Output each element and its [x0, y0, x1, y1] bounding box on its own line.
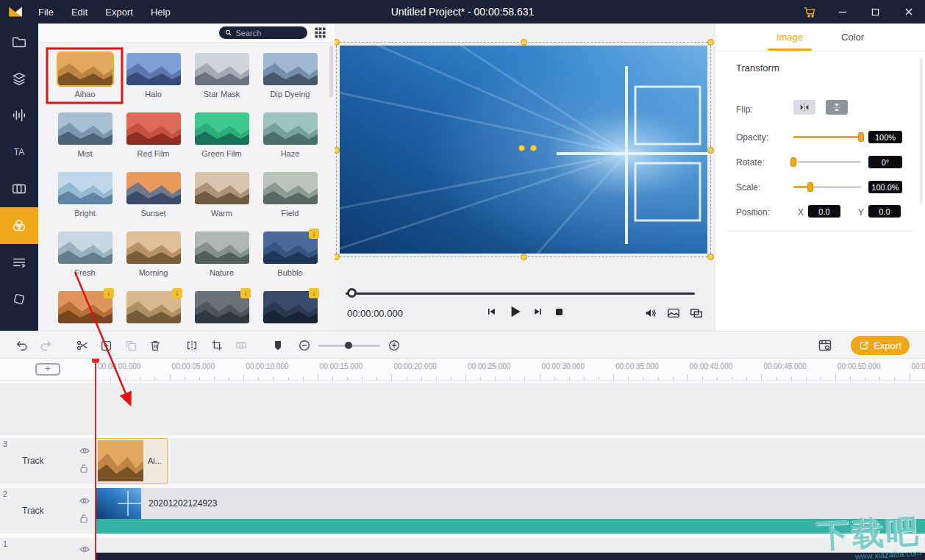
timeline-ruler[interactable]: 00:00:00.00000:00:05.00000:00:10.00000:0…: [0, 359, 925, 381]
scale-slider[interactable]: [793, 186, 861, 188]
video-clip[interactable]: 20201202124923: [96, 488, 925, 534]
filter-thumbnail[interactable]: [263, 172, 318, 204]
filter-item[interactable]: Bright: [51, 172, 119, 231]
split-button[interactable]: [185, 338, 199, 353]
position-x-value[interactable]: 0.0: [808, 205, 840, 218]
resize-handle-se[interactable]: [707, 254, 714, 260]
filter-thumbnail[interactable]: [195, 172, 249, 204]
track-visibility-icon[interactable]: [79, 545, 90, 553]
track-row-3[interactable]: 3 Track Ai...: [0, 438, 925, 484]
filter-thumbnail[interactable]: [58, 112, 113, 145]
zoom-in-button[interactable]: [387, 338, 401, 353]
sidebar-item-audio[interactable]: [0, 97, 38, 134]
track-visibility-icon[interactable]: [79, 497, 90, 505]
previous-frame-button[interactable]: [485, 306, 497, 317]
timeline-zoom-slider[interactable]: [318, 345, 380, 347]
opacity-value[interactable]: 100%: [868, 131, 902, 143]
undo-button[interactable]: [15, 338, 29, 353]
filter-clip[interactable]: Ai...: [96, 438, 168, 484]
add-clip-button[interactable]: [99, 338, 114, 353]
menu-edit[interactable]: Edit: [63, 7, 96, 18]
track-row-1[interactable]: 1: [0, 538, 925, 560]
resize-handle-ne[interactable]: [707, 39, 714, 46]
volume-icon[interactable]: [644, 306, 657, 320]
menu-file[interactable]: File: [29, 7, 63, 18]
menu-export[interactable]: Export: [96, 7, 142, 18]
filter-item[interactable]: Fresh: [51, 231, 119, 291]
filter-item[interactable]: Warm: [188, 172, 256, 231]
filter-thumbnail[interactable]: [58, 172, 113, 204]
filter-item[interactable]: Morning: [119, 231, 188, 291]
flip-vertical-button[interactable]: [826, 100, 848, 115]
tab-image[interactable]: Image: [774, 24, 806, 51]
minimize-button[interactable]: [826, 0, 859, 24]
merge-button[interactable]: [234, 338, 249, 353]
filter-thumbnail[interactable]: [263, 112, 318, 145]
sidebar-item-text[interactable]: TA: [0, 134, 38, 170]
filter-item[interactable]: Dip Dyeing: [256, 53, 324, 112]
next-frame-button[interactable]: [532, 306, 544, 317]
opacity-slider[interactable]: [793, 136, 861, 138]
close-button[interactable]: [892, 0, 925, 24]
playhead[interactable]: [95, 359, 96, 560]
snapshot-icon[interactable]: [667, 306, 680, 320]
filter-item[interactable]: ↓: [119, 291, 188, 331]
filter-item[interactable]: Sunset: [119, 172, 188, 231]
sidebar-item-filters[interactable]: [0, 207, 38, 244]
delete-button[interactable]: [148, 338, 162, 353]
sidebar-item-stock[interactable]: [0, 60, 38, 97]
play-button[interactable]: [507, 304, 523, 320]
filter-item[interactable]: Green Film: [188, 112, 256, 172]
render-settings-button[interactable]: [818, 338, 832, 353]
resize-handle-e[interactable]: [707, 147, 714, 154]
position-y-value[interactable]: 0.0: [868, 205, 901, 218]
track-row-2[interactable]: 2 Track 20201202124923: [0, 488, 925, 534]
filter-item[interactable]: Star Mask: [188, 53, 256, 112]
track-lock-icon[interactable]: [79, 514, 88, 523]
store-cart-icon[interactable]: [793, 0, 826, 24]
dual-screen-icon[interactable]: [690, 306, 703, 320]
filter-thumbnail[interactable]: [58, 53, 113, 85]
filter-thumbnail[interactable]: [126, 53, 181, 85]
timeline-zoom-handle[interactable]: [345, 342, 352, 349]
track-visibility-icon[interactable]: [79, 447, 90, 455]
filter-panel-scrollbar[interactable]: [329, 46, 333, 97]
filter-thumbnail[interactable]: [126, 172, 181, 204]
filter-item[interactable]: Haze: [256, 112, 324, 172]
sidebar-item-media[interactable]: [0, 24, 38, 60]
flip-horizontal-button[interactable]: [793, 100, 815, 115]
tab-color[interactable]: Color: [838, 24, 867, 51]
filter-item[interactable]: ↓: [51, 291, 119, 331]
center-handle[interactable]: [518, 145, 525, 151]
filter-item[interactable]: ↓: [256, 291, 324, 331]
video-canvas[interactable]: [340, 46, 707, 254]
filter-thumbnail[interactable]: [195, 112, 249, 145]
sidebar-item-effects[interactable]: [0, 281, 38, 317]
redo-button[interactable]: [38, 338, 53, 353]
bottom-clip[interactable]: [96, 553, 925, 560]
duplicate-button[interactable]: [124, 338, 138, 353]
search-box[interactable]: [219, 26, 307, 39]
filter-item[interactable]: ↓Bubble: [256, 231, 324, 291]
seek-bar[interactable]: [346, 292, 695, 295]
seek-handle[interactable]: [347, 288, 357, 298]
filter-thumbnail[interactable]: [58, 231, 113, 264]
filter-item[interactable]: Nature: [188, 231, 256, 291]
filter-item[interactable]: Field: [256, 172, 324, 231]
maximize-button[interactable]: [859, 0, 892, 24]
filter-thumbnail[interactable]: [126, 231, 181, 264]
rotate-value[interactable]: 0°: [868, 156, 902, 168]
filter-item[interactable]: Aihao: [51, 53, 119, 112]
scale-value[interactable]: 100.0%: [868, 181, 902, 193]
grid-view-icon[interactable]: [315, 27, 326, 38]
resize-handle-n[interactable]: [521, 39, 527, 46]
track-lock-icon[interactable]: [79, 464, 88, 473]
filter-item[interactable]: ↓: [188, 291, 256, 331]
track-row-empty[interactable]: [0, 383, 925, 435]
menu-help[interactable]: Help: [142, 7, 179, 18]
filter-thumbnail[interactable]: [195, 53, 249, 85]
filter-thumbnail[interactable]: [263, 53, 318, 85]
resize-handle-s[interactable]: [521, 254, 527, 260]
cut-button[interactable]: [75, 338, 90, 353]
sidebar-item-elements[interactable]: [0, 244, 38, 281]
